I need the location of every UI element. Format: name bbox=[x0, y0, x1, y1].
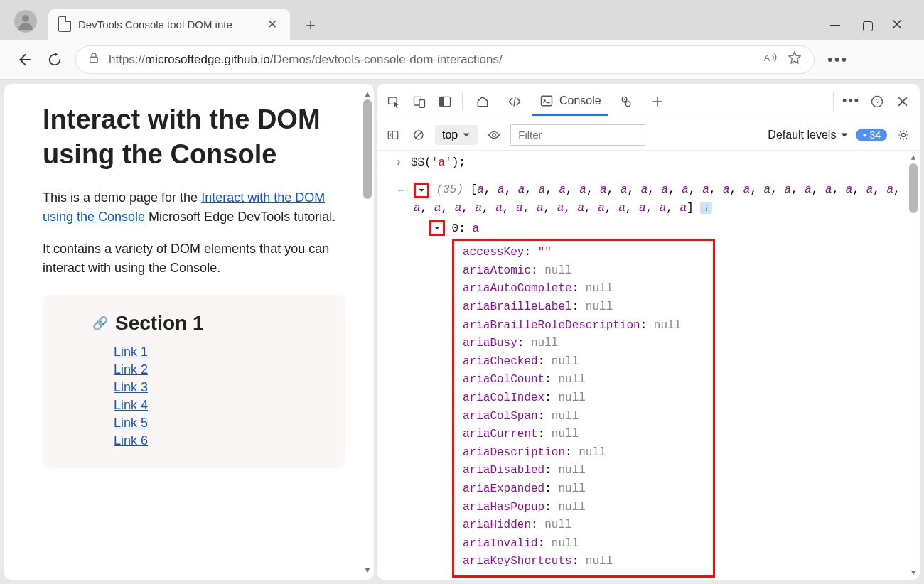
context-dropdown[interactable]: top bbox=[435, 125, 478, 145]
issue-count-badge[interactable]: 34 bbox=[856, 129, 887, 141]
address-bar[interactable]: https://microsoftedge.github.io/Demos/de… bbox=[75, 45, 815, 74]
refresh-button[interactable] bbox=[44, 49, 65, 70]
back-button[interactable] bbox=[13, 49, 34, 70]
close-tab-icon[interactable]: ✕ bbox=[264, 16, 280, 33]
link-list: Link 1Link 2Link 3Link 4Link 5Link 6 bbox=[114, 345, 328, 448]
section-link[interactable]: Link 4 bbox=[114, 398, 148, 412]
console-tab-label: Console bbox=[559, 94, 601, 107]
array-count: (35) bbox=[436, 183, 463, 196]
svg-rect-12 bbox=[388, 131, 398, 139]
property-row[interactable]: ariaHasPopup: null bbox=[463, 499, 704, 517]
scroll-down-arrow[interactable]: ▼ bbox=[911, 568, 916, 577]
list-item: Link 1 bbox=[114, 345, 328, 359]
section-link[interactable]: Link 2 bbox=[114, 362, 148, 377]
scroll-thumb[interactable] bbox=[909, 163, 918, 213]
toggle-sidebar-icon[interactable] bbox=[384, 126, 402, 144]
property-row[interactable]: ariaKeyShortcuts: null bbox=[463, 553, 704, 571]
result-return-icon: ←· bbox=[398, 183, 410, 198]
close-window-button[interactable] bbox=[891, 18, 906, 33]
welcome-tab[interactable] bbox=[468, 89, 497, 114]
favorite-star-icon[interactable] bbox=[787, 50, 802, 69]
browser-titlebar: DevTools Console tool DOM inte ✕ ＋ bbox=[0, 0, 924, 40]
read-aloud-icon[interactable]: A bbox=[763, 50, 778, 69]
property-row[interactable]: ariaAutoComplete: null bbox=[463, 280, 704, 298]
console-output: $$('a'); ←· (35) [a, a, a, a, a, a, a, a… bbox=[377, 151, 920, 580]
array-index-value: a bbox=[472, 222, 479, 235]
property-row[interactable]: ariaDescription: null bbox=[463, 444, 704, 463]
clear-console-icon[interactable] bbox=[409, 126, 428, 144]
property-row[interactable]: ariaDisabled: null bbox=[463, 462, 704, 480]
live-expression-icon[interactable] bbox=[485, 126, 503, 144]
svg-rect-7 bbox=[542, 96, 552, 105]
close-devtools-icon[interactable] bbox=[891, 90, 914, 113]
property-row[interactable]: ariaColSpan: null bbox=[463, 408, 704, 426]
more-tabs-button[interactable] bbox=[644, 90, 671, 114]
property-row[interactable]: ariaInvalid: null bbox=[463, 535, 704, 553]
dock-side-icon[interactable] bbox=[434, 90, 456, 113]
log-levels-dropdown[interactable]: Default levels bbox=[768, 129, 849, 141]
cmd-tail: ; bbox=[458, 156, 466, 169]
property-row[interactable]: accessKey: "" bbox=[463, 244, 704, 262]
console-settings-icon[interactable] bbox=[894, 126, 913, 144]
scroll-up-arrow[interactable]: ▲ bbox=[911, 153, 916, 162]
browser-menu-button[interactable]: ••• bbox=[824, 48, 851, 72]
help-icon[interactable]: ? bbox=[866, 90, 888, 113]
devtools-menu-button[interactable]: ••• bbox=[839, 91, 863, 112]
device-emulation-icon[interactable] bbox=[408, 90, 431, 113]
issue-count: 34 bbox=[869, 129, 881, 141]
devtools-pane: Console ••• ? bbox=[377, 84, 920, 580]
page-body: Interact with the DOM using the Console … bbox=[4, 84, 374, 487]
sources-tab-icon[interactable] bbox=[611, 89, 641, 114]
property-row[interactable]: ariaBrailleRoleDescription: null bbox=[463, 317, 704, 335]
property-row[interactable]: ariaExpanded: null bbox=[463, 480, 704, 499]
page-paragraph-1: This is a demo page for the Interact wit… bbox=[43, 188, 345, 227]
inspect-element-icon[interactable] bbox=[382, 90, 405, 113]
property-row[interactable]: ariaColCount: null bbox=[463, 371, 704, 389]
p1-pre: This is a demo page for the bbox=[43, 190, 201, 205]
new-tab-button[interactable]: ＋ bbox=[290, 14, 331, 40]
property-row[interactable]: ariaBusy: null bbox=[463, 335, 704, 353]
filter-input[interactable] bbox=[510, 124, 645, 146]
array-item-row[interactable]: 0: a accessKey: ""ariaAtomic: nullariaAu… bbox=[382, 220, 915, 578]
scroll-up-arrow[interactable]: ▲ bbox=[364, 90, 372, 98]
minimize-button[interactable] bbox=[830, 18, 844, 33]
array-preview: [a, a, a, a, a, a, a, a, a, a, a, a, a, … bbox=[414, 183, 901, 215]
section-link[interactable]: Link 5 bbox=[114, 416, 148, 430]
svg-rect-0 bbox=[90, 57, 98, 63]
scroll-down-arrow[interactable]: ▼ bbox=[364, 566, 372, 574]
property-row[interactable]: ariaAtomic: null bbox=[463, 262, 704, 281]
profile-avatar[interactable] bbox=[14, 10, 37, 33]
page-paragraph-2: It contains a variety of DOM elements th… bbox=[43, 239, 345, 278]
section-title: Section 1 bbox=[115, 312, 203, 335]
anchor-link-icon[interactable]: 🔗 bbox=[92, 315, 108, 331]
expand-array-caret[interactable] bbox=[414, 183, 429, 198]
list-item: Link 4 bbox=[114, 398, 328, 413]
section-link[interactable]: Link 1 bbox=[114, 345, 148, 359]
property-row[interactable]: ariaColIndex: null bbox=[463, 389, 704, 408]
expand-item-caret[interactable] bbox=[429, 220, 445, 236]
console-scrollbar[interactable]: ▲ ▼ bbox=[908, 153, 918, 577]
section-link[interactable]: Link 6 bbox=[114, 433, 148, 448]
property-row[interactable]: ariaHidden: null bbox=[463, 517, 704, 535]
elements-tab[interactable] bbox=[500, 89, 530, 114]
info-icon[interactable]: i bbox=[700, 202, 712, 214]
property-row[interactable]: ariaBrailleLabel: null bbox=[463, 298, 704, 317]
property-row[interactable]: ariaChecked: null bbox=[463, 353, 704, 372]
browser-tab[interactable]: DevTools Console tool DOM inte ✕ bbox=[48, 9, 290, 40]
page-scrollbar[interactable]: ▲ ▼ bbox=[362, 90, 372, 574]
result-array-line[interactable]: ←· (35) [a, a, a, a, a, a, a, a, a, a, a… bbox=[382, 181, 915, 217]
scroll-thumb[interactable] bbox=[363, 99, 372, 199]
lock-icon bbox=[87, 51, 100, 67]
console-command-row[interactable]: $$('a'); bbox=[377, 151, 920, 175]
list-item: Link 6 bbox=[114, 433, 328, 448]
url-text: https://microsoftedge.github.io/Demos/de… bbox=[109, 53, 754, 67]
section-link[interactable]: Link 3 bbox=[114, 380, 148, 394]
console-tab[interactable]: Console bbox=[532, 88, 608, 116]
url-scheme: https:// bbox=[109, 53, 145, 66]
svg-point-15 bbox=[901, 133, 905, 136]
url-path: /Demos/devtools-console-dom-interactions… bbox=[270, 53, 503, 66]
console-toolbar: top Default levels 34 bbox=[377, 119, 920, 151]
context-label: top bbox=[442, 129, 458, 141]
maximize-button[interactable] bbox=[863, 21, 873, 31]
property-row[interactable]: ariaCurrent: null bbox=[463, 426, 704, 444]
